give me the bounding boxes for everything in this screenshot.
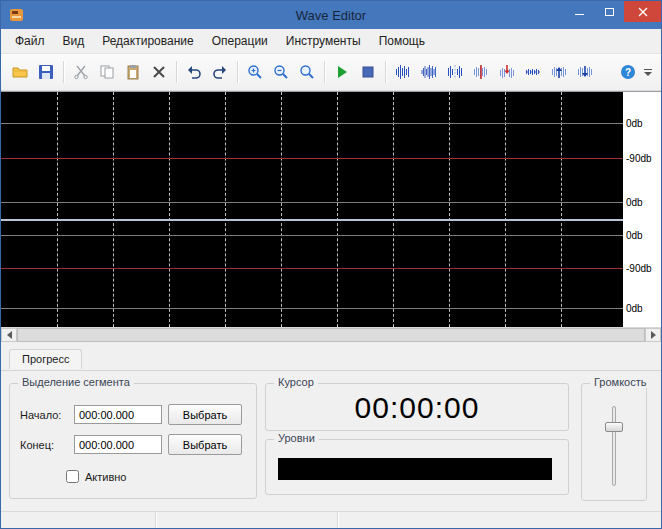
title-bar: Wave Editor: [1, 1, 661, 29]
menu-item-file[interactable]: Файл: [6, 30, 54, 52]
volume-group-title: Громкость: [590, 376, 650, 388]
open-button[interactable]: [7, 59, 33, 85]
db-label: 0db: [626, 118, 643, 129]
open-folder-icon: [12, 64, 28, 80]
menu-item-tools[interactable]: Инструменты: [277, 30, 370, 52]
volume-slider-track[interactable]: [612, 406, 616, 486]
end-select-button[interactable]: Выбрать: [168, 434, 242, 455]
active-checkbox-label[interactable]: Активно: [85, 471, 127, 483]
cut-scissors-icon: [73, 64, 89, 80]
svg-text:?: ?: [625, 67, 631, 78]
toolbar-separator: [63, 61, 64, 83]
stop-button[interactable]: [355, 59, 381, 85]
zoom-in-button[interactable]: [242, 59, 268, 85]
progress-panel: Выделение сегмента Начало: Выбрать Конец…: [1, 370, 661, 511]
minimize-button[interactable]: [564, 1, 594, 22]
scroll-right-button[interactable]: [645, 328, 661, 342]
wave-split-button[interactable]: [442, 59, 468, 85]
wave-split-icon: [447, 64, 463, 80]
db-label: 0db: [626, 230, 643, 241]
volume-slider[interactable]: [582, 406, 646, 486]
zoom-in-icon: [247, 64, 263, 80]
status-section-1: [1, 512, 156, 528]
paste-clipboard-icon: [125, 64, 141, 80]
scroll-left-button[interactable]: [1, 328, 17, 342]
undo-button[interactable]: [181, 59, 207, 85]
scroll-right-icon: [651, 331, 656, 339]
menu-item-help[interactable]: Помощь: [370, 30, 434, 52]
zero-db-line: [1, 202, 623, 203]
play-button[interactable]: [329, 59, 355, 85]
save-button[interactable]: [33, 59, 59, 85]
db-label: -90db: [626, 263, 652, 274]
toolbar-separator: [324, 61, 325, 83]
menu-item-edit[interactable]: Редактирование: [93, 30, 202, 52]
minimize-icon: [575, 14, 584, 15]
maximize-icon: [605, 8, 614, 16]
zero-db-line: [1, 123, 623, 124]
minus90-db-line: [1, 268, 623, 269]
wave-flat-button[interactable]: [520, 59, 546, 85]
scrollbar-thumb[interactable]: [17, 328, 645, 342]
end-label: Конец:: [20, 439, 68, 451]
close-icon: [638, 7, 648, 17]
wave-dense-button[interactable]: [416, 59, 442, 85]
cursor-time-display: 00:00:00: [266, 384, 568, 425]
wave-marker-icon: [473, 64, 489, 80]
save-icon: [38, 64, 54, 80]
copy-button[interactable]: [94, 59, 120, 85]
volume-slider-thumb[interactable]: [605, 422, 623, 432]
tab-strip: Прогресс: [1, 348, 661, 370]
start-time-input[interactable]: [74, 405, 162, 424]
paste-button[interactable]: [120, 59, 146, 85]
channel-separator-line: [1, 219, 623, 221]
close-button[interactable]: [624, 1, 661, 22]
levels-group-title: Уровни: [274, 432, 319, 444]
minus90-db-line: [1, 158, 623, 159]
wave-peak-button[interactable]: [390, 59, 416, 85]
zoom-full-button[interactable]: [294, 59, 320, 85]
menu-item-view[interactable]: Вид: [54, 30, 94, 52]
help-button[interactable]: ?: [615, 59, 641, 85]
window-title: Wave Editor: [1, 8, 661, 23]
redo-button[interactable]: [207, 59, 233, 85]
wave-arrow-up-button[interactable]: [546, 59, 572, 85]
wave-dense-icon: [421, 64, 437, 80]
waveform-display[interactable]: [1, 92, 623, 327]
delete-button[interactable]: [146, 59, 172, 85]
wave-insert-button[interactable]: [494, 59, 520, 85]
wave-arrow-down-button[interactable]: [572, 59, 598, 85]
zoom-out-button[interactable]: [268, 59, 294, 85]
end-time-input[interactable]: [74, 435, 162, 454]
overflow-menu-icon: [644, 69, 652, 76]
zero-db-line: [1, 308, 623, 309]
window-controls: [564, 1, 661, 22]
status-section-3: [338, 512, 661, 528]
cut-button[interactable]: [68, 59, 94, 85]
status-bar: [1, 511, 661, 528]
app-window: Wave Editor Файл Вид Редактирование Опер…: [0, 0, 662, 529]
wave-marker-button[interactable]: [468, 59, 494, 85]
delete-x-icon: [152, 65, 166, 79]
db-label: 0db: [626, 197, 643, 208]
waveform-region: 0db -90db 0db 0db -90db 0db: [1, 91, 661, 327]
scrollbar-track[interactable]: [17, 328, 645, 342]
tab-progress[interactable]: Прогресс: [9, 349, 82, 369]
volume-group: Громкость: [581, 383, 647, 501]
wave-peak-icon: [395, 64, 411, 80]
db-label: -90db: [626, 153, 652, 164]
active-checkbox[interactable]: [66, 470, 79, 483]
toolbar-separator: [176, 61, 177, 83]
toolbar-overflow-button[interactable]: [641, 59, 655, 85]
redo-arrow-icon: [212, 64, 228, 80]
scroll-left-icon: [7, 331, 12, 339]
wave-insert-icon: [499, 64, 515, 80]
start-select-button[interactable]: Выбрать: [168, 404, 242, 425]
maximize-button[interactable]: [594, 1, 624, 22]
undo-arrow-icon: [186, 64, 202, 80]
zoom-full-icon: [299, 64, 315, 80]
stop-icon: [360, 64, 376, 80]
zoom-out-icon: [273, 64, 289, 80]
wave-flat-icon: [525, 64, 541, 80]
menu-item-operations[interactable]: Операции: [203, 30, 277, 52]
